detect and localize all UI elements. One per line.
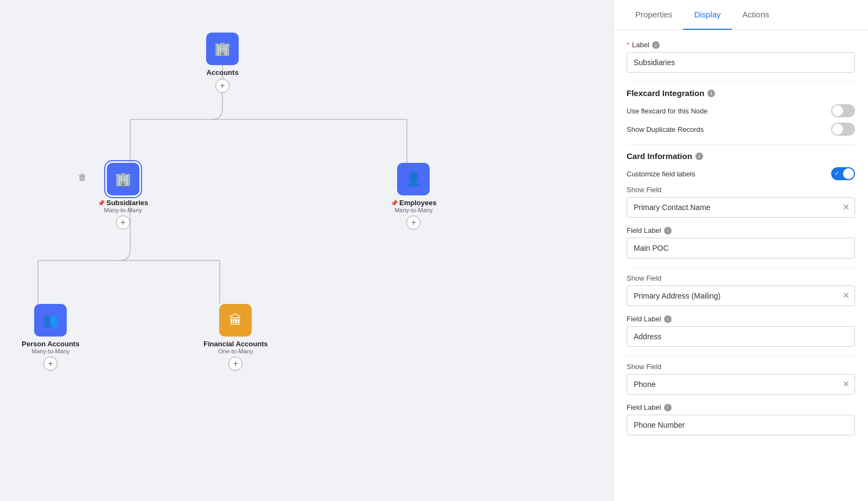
show-field-3-clear[interactable]: ✕ <box>843 380 850 389</box>
financial-accounts-sublabel: One-to-Many <box>218 348 253 354</box>
right-panel: Properties Display Actions * Label i Fle… <box>613 0 868 501</box>
financial-accounts-add-button[interactable]: + <box>228 357 242 371</box>
field-label-3-label: Field Label i <box>627 403 855 411</box>
field-row-3: Show Field ✕ <box>627 363 855 395</box>
accounts-icon-box: 🏢 <box>206 33 239 65</box>
customize-labels-label: Customize field labels <box>627 170 695 178</box>
field-row-1: Show Field ✕ <box>627 186 855 218</box>
field-label-3: Field Label i <box>627 403 855 435</box>
person-accounts-label: Person Accounts <box>22 340 79 348</box>
use-flexcard-toggle[interactable] <box>831 104 855 117</box>
subsidiaries-add-button[interactable]: + <box>116 215 130 230</box>
label-field-label: * Label i <box>627 41 855 49</box>
subsidiaries-node[interactable]: 🗑 🏢 📌Subsidiaries Many-to-Many + <box>98 163 148 232</box>
accounts-icon: 🏢 <box>214 41 231 56</box>
label-input[interactable] <box>627 52 855 73</box>
card-info-section: Card Information i Customize field label… <box>627 151 855 435</box>
person-accounts-add-button[interactable]: + <box>43 357 58 371</box>
use-flexcard-row: Use flexcard for this Node <box>627 104 855 117</box>
field-label-1-input[interactable] <box>627 238 855 258</box>
label-info-icon[interactable]: i <box>652 41 660 49</box>
show-field-3-input[interactable] <box>627 374 855 395</box>
subsidiaries-sublabel: Many-to-Many <box>104 207 142 213</box>
flexcard-heading: Flexcard Integration i <box>627 88 855 98</box>
subsidiaries-label: 📌Subsidiaries <box>98 199 148 207</box>
show-field-3-label: Show Field <box>627 363 855 371</box>
person-accounts-node[interactable]: 👥 Person Accounts Many-to-Many + <box>22 304 79 373</box>
employees-icon-box: 👤 <box>397 163 430 195</box>
show-field-1-wrap: ✕ <box>627 197 855 218</box>
subsidiaries-delete-icon[interactable]: 🗑 <box>78 173 87 182</box>
show-field-3-wrap: ✕ <box>627 374 855 395</box>
field-label-1-label: Field Label i <box>627 226 855 234</box>
employees-label: 📌Employees <box>391 199 437 207</box>
employees-icon: 👤 <box>405 172 422 187</box>
card-info-icon[interactable]: i <box>695 153 703 160</box>
employees-node[interactable]: 👤 📌Employees Many-to-Many + <box>391 163 437 232</box>
financial-accounts-label: Financial Accounts <box>203 340 268 348</box>
show-field-2-clear[interactable]: ✕ <box>843 291 850 300</box>
field-label-3-input[interactable] <box>627 415 855 435</box>
divider-4 <box>627 356 855 356</box>
financial-accounts-node[interactable]: 🏛 Financial Accounts One-to-Many + <box>203 304 268 373</box>
show-duplicate-toggle[interactable] <box>831 123 855 136</box>
person-accounts-icon: 👥 <box>42 313 59 328</box>
show-field-2-input[interactable] <box>627 286 855 306</box>
financial-accounts-icon-box: 🏛 <box>219 304 252 337</box>
tab-display[interactable]: Display <box>683 0 731 30</box>
field-label-2-input[interactable] <box>627 326 855 347</box>
show-field-1-input[interactable] <box>627 197 855 218</box>
show-field-2-label: Show Field <box>627 274 855 282</box>
accounts-add-button[interactable]: + <box>215 79 229 93</box>
employees-sublabel: Many-to-Many <box>394 207 432 213</box>
card-info-heading: Card Information i <box>627 151 855 161</box>
required-marker: * <box>627 41 629 49</box>
toggle-check: ✓ <box>834 170 839 177</box>
financial-accounts-icon: 🏛 <box>229 313 242 328</box>
canvas: 🏢 Accounts + 🗑 🏢 📌Subsidiaries Many-to-M… <box>0 0 613 501</box>
subsidiaries-icon-box: 🏢 <box>107 163 139 195</box>
tabs-bar: Properties Display Actions <box>614 0 868 30</box>
field-label-2-label: Field Label i <box>627 315 855 323</box>
field-row-2: Show Field ✕ <box>627 274 855 306</box>
field-label-2-info[interactable]: i <box>664 315 672 323</box>
divider-2 <box>627 144 855 145</box>
show-duplicate-label: Show Duplicate Records <box>627 125 704 134</box>
tab-actions[interactable]: Actions <box>732 0 780 30</box>
accounts-label: Accounts <box>206 68 238 77</box>
flexcard-section: Flexcard Integration i Use flexcard for … <box>627 88 855 136</box>
use-flexcard-label: Use flexcard for this Node <box>627 107 708 115</box>
person-accounts-icon-box: 👥 <box>34 304 67 337</box>
subsidiaries-icon: 🏢 <box>115 172 131 187</box>
label-section: * Label i <box>627 41 855 73</box>
customize-labels-row: Customize field labels ✓ <box>627 167 855 180</box>
person-accounts-sublabel: Many-to-Many <box>31 348 69 354</box>
field-label-3-info[interactable]: i <box>664 404 672 411</box>
employees-add-button[interactable]: + <box>406 215 420 230</box>
customize-labels-toggle[interactable]: ✓ <box>831 167 855 180</box>
panel-content: * Label i Flexcard Integration i Use fle… <box>614 30 868 501</box>
flexcard-info-icon[interactable]: i <box>707 90 715 97</box>
divider-1 <box>627 81 855 82</box>
field-label-1: Field Label i <box>627 226 855 258</box>
show-duplicate-row: Show Duplicate Records <box>627 123 855 136</box>
field-label-2: Field Label i <box>627 315 855 347</box>
show-field-1-label: Show Field <box>627 186 855 194</box>
show-field-1-clear[interactable]: ✕ <box>843 203 850 212</box>
show-field-2-wrap: ✕ <box>627 286 855 306</box>
accounts-node[interactable]: 🏢 Accounts + <box>206 33 239 95</box>
tab-properties[interactable]: Properties <box>624 0 683 30</box>
divider-3 <box>627 267 855 268</box>
field-label-1-info[interactable]: i <box>664 227 672 234</box>
connector-lines <box>0 0 613 501</box>
